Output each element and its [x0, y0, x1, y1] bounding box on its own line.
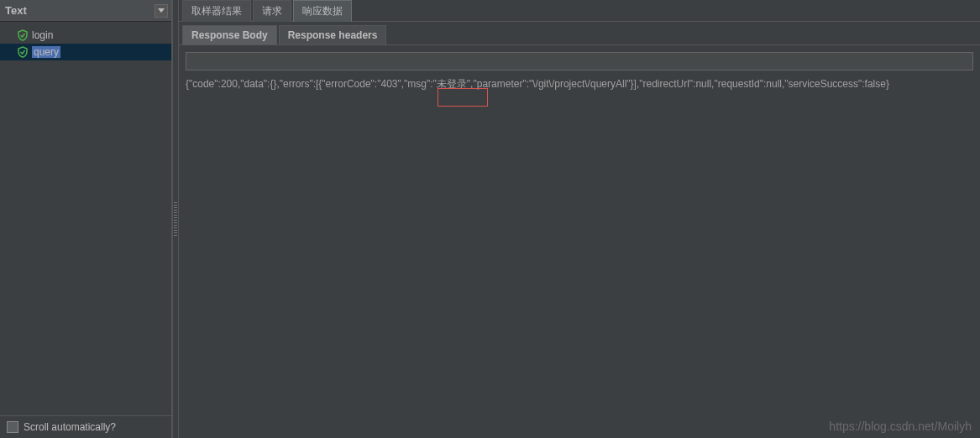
search-input[interactable]	[186, 52, 973, 70]
tab-response-data[interactable]: 响应数据	[293, 0, 352, 22]
tab-sampler-result[interactable]: 取样器结果	[182, 0, 251, 22]
sub-tab-response-body[interactable]: Response Body	[182, 25, 277, 45]
watermark-text: https://blog.csdn.net/Moilyh	[829, 420, 972, 433]
tree-item-query[interactable]: query	[0, 44, 171, 60]
top-tabs: 取样器结果 请求 响应数据	[179, 0, 980, 22]
sub-tab-response-headers[interactable]: Response headers	[279, 25, 387, 45]
left-footer: Scroll automatically?	[0, 415, 171, 438]
tree-label: query	[32, 46, 60, 58]
left-panel: Text login query Scroll automatically?	[0, 0, 172, 438]
left-header-title: Text	[5, 4, 27, 17]
left-panel-header: Text	[0, 0, 171, 22]
success-shield-icon	[17, 29, 29, 41]
sub-tabs: Response Body Response headers	[179, 22, 980, 45]
response-body-text[interactable]: {"code":200,"data":{},"errors":[{"errorC…	[186, 77, 973, 91]
chevron-down-icon	[158, 8, 165, 13]
scroll-auto-label: Scroll automatically?	[24, 421, 116, 433]
content-area: {"code":200,"data":{},"errors":[{"errorC…	[179, 45, 980, 438]
scroll-auto-checkbox[interactable]	[7, 421, 18, 433]
success-shield-icon	[17, 46, 29, 58]
splitter-grip-icon	[174, 202, 177, 236]
right-panel: 取样器结果 请求 响应数据 Response Body Response hea…	[179, 0, 980, 438]
tree-label: login	[32, 29, 53, 41]
sampler-tree: login query	[0, 22, 171, 415]
tab-request[interactable]: 请求	[253, 0, 291, 22]
dropdown-button[interactable]	[155, 4, 168, 18]
panel-splitter[interactable]	[172, 0, 179, 438]
tree-item-login[interactable]: login	[0, 27, 171, 44]
